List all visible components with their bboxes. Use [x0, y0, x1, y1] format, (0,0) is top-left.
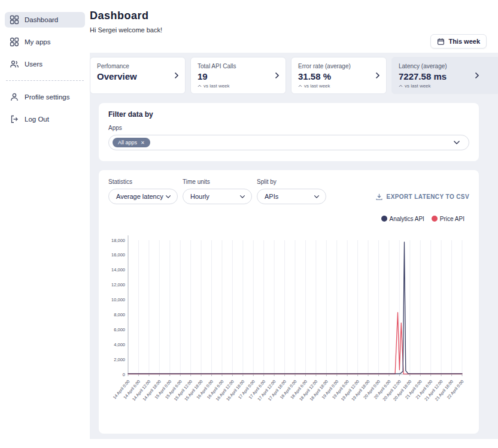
- profile-icon: [10, 92, 19, 102]
- stat-card-label: Latency (average): [399, 63, 491, 69]
- statistics-label: Statistics: [108, 178, 178, 185]
- statistics-card: Statistics Average latency Time units Ho…: [99, 170, 479, 434]
- apps-filter-label: Apps: [108, 125, 469, 131]
- legend-dot-price: [432, 216, 438, 222]
- sidebar-item-label: Log Out: [25, 116, 49, 123]
- caret-up-icon: [399, 84, 403, 87]
- split-by-label: Split by: [257, 178, 326, 185]
- legend-item-price: Price API: [432, 216, 464, 222]
- logout-icon: [10, 114, 19, 124]
- trend-label: vs last week: [304, 83, 330, 89]
- sidebar-item-users[interactable]: Users: [5, 56, 85, 72]
- stat-card-label: Perfomance: [97, 63, 178, 69]
- stat-cards-row: Perfomance Overview Total API Calls 19 v…: [90, 57, 498, 94]
- stat-card-trend: vs last week: [399, 83, 491, 89]
- split-by-control: Split by APIs: [257, 178, 326, 204]
- content-panel: Perfomance Overview Total API Calls 19 v…: [90, 53, 498, 439]
- sidebar-item-dashboard[interactable]: Dashboard: [5, 12, 85, 28]
- chevron-right-icon: [275, 72, 280, 79]
- export-label: EXPORT LATENCY TO CSV: [387, 193, 469, 200]
- chip-remove-icon[interactable]: ✕: [141, 140, 145, 146]
- sidebar-item-log-out[interactable]: Log Out: [5, 111, 85, 127]
- app-root: Dashboard My apps Users: [0, 0, 498, 448]
- sidebar-item-label: My apps: [25, 38, 50, 46]
- sidebar-item-profile-settings[interactable]: Profile settings: [5, 89, 85, 105]
- all-apps-chip: All apps ✕: [113, 138, 150, 147]
- chevron-down-icon: [314, 195, 320, 199]
- page-header: Dashboard Hi Sergei welcome back! This w…: [90, 0, 498, 53]
- main-area: Dashboard Hi Sergei welcome back! This w…: [90, 0, 498, 448]
- time-units-label: Time units: [183, 178, 252, 185]
- svg-text:10,000: 10,000: [111, 297, 125, 302]
- time-units-control: Time units Hourly: [183, 178, 252, 204]
- chevron-down-icon: [165, 195, 171, 199]
- sidebar-item-my-apps[interactable]: My apps: [5, 34, 85, 50]
- stat-card-performance[interactable]: Perfomance Overview: [90, 57, 186, 94]
- filter-card: Filter data by Apps All apps ✕: [99, 103, 479, 161]
- legend-label: Price API: [440, 216, 464, 222]
- sidebar: Dashboard My apps Users: [0, 0, 90, 448]
- svg-text:2,000: 2,000: [114, 357, 125, 362]
- time-units-value: Hourly: [190, 193, 209, 200]
- svg-text:8,000: 8,000: [114, 312, 125, 317]
- svg-text:14,000: 14,000: [111, 267, 125, 273]
- apps-multiselect[interactable]: All apps ✕: [108, 135, 469, 150]
- stat-card-error-rate[interactable]: Error rate (average) 31.58 % vs last wee…: [291, 57, 387, 94]
- legend-label: Analytics API: [390, 216, 424, 222]
- stat-card-value: Overview: [97, 71, 178, 81]
- filter-title: Filter data by: [108, 110, 469, 119]
- trend-label: vs last week: [204, 83, 230, 89]
- svg-text:6,000: 6,000: [114, 327, 125, 332]
- chevron-down-icon: [453, 140, 460, 145]
- calendar-icon: [437, 38, 445, 46]
- legend-item-analytics: Analytics API: [381, 216, 424, 222]
- statistics-select[interactable]: Average latency: [108, 189, 178, 204]
- svg-text:16,000: 16,000: [111, 252, 125, 258]
- chevron-right-icon: [375, 72, 380, 79]
- page-title: Dashboard: [90, 10, 498, 22]
- sidebar-divider: [6, 80, 84, 81]
- sidebar-item-label: Users: [25, 60, 42, 68]
- chevron-right-icon: [174, 72, 179, 79]
- stat-card-trend: vs last week: [198, 83, 279, 89]
- chevron-down-icon: [239, 195, 245, 199]
- chart-controls: Statistics Average latency Time units Ho…: [108, 178, 469, 204]
- stat-card-label: Total API Calls: [198, 63, 279, 69]
- chart-legend: Analytics API Price API: [108, 215, 464, 222]
- svg-text:18,000: 18,000: [111, 238, 125, 243]
- trend-label: vs last week: [405, 83, 431, 89]
- chip-label: All apps: [118, 140, 137, 146]
- stat-card-value: 31.58 %: [298, 71, 379, 81]
- sidebar-item-label: Dashboard: [25, 16, 58, 23]
- stat-card-latency[interactable]: Latency (average) 7227.58 ms vs last wee…: [391, 57, 498, 94]
- svg-text:4,000: 4,000: [114, 342, 125, 347]
- stat-card-label: Error rate (average): [298, 63, 379, 69]
- stat-card-total-api-calls[interactable]: Total API Calls 19 vs last week: [190, 57, 286, 94]
- split-by-select[interactable]: APIs: [257, 189, 326, 204]
- statistics-value: Average latency: [116, 193, 163, 200]
- caret-up-icon: [298, 84, 302, 87]
- export-csv-button[interactable]: EXPORT LATENCY TO CSV: [375, 193, 469, 201]
- svg-text:0: 0: [123, 372, 125, 377]
- svg-text:12,000: 12,000: [111, 282, 125, 287]
- apps-grid-icon: [10, 37, 19, 47]
- users-icon: [10, 59, 19, 69]
- this-week-button[interactable]: This week: [430, 34, 487, 49]
- split-by-value: APIs: [265, 193, 278, 200]
- legend-dot-analytics: [381, 216, 387, 222]
- chevron-right-icon: [475, 72, 479, 79]
- stat-card-value: 19: [198, 71, 279, 81]
- this-week-label: This week: [448, 38, 480, 45]
- dashboard-grid-icon: [10, 15, 19, 25]
- stat-card-trend: vs last week: [298, 83, 379, 89]
- welcome-text: Hi Sergei welcome back!: [90, 26, 498, 34]
- latency-line-chart: 14 April 0:0014 April 6:0014 April 12:00…: [108, 222, 469, 420]
- sidebar-item-label: Profile settings: [25, 93, 69, 101]
- caret-up-icon: [198, 84, 202, 87]
- download-icon: [375, 193, 383, 201]
- time-units-select[interactable]: Hourly: [183, 189, 252, 204]
- statistics-control: Statistics Average latency: [108, 178, 178, 204]
